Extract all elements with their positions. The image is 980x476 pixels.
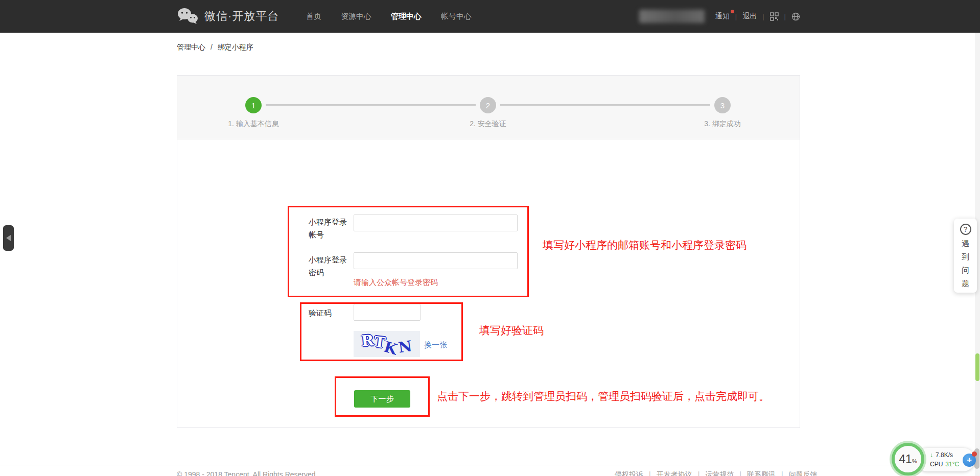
brand-title: 微信·开放平台 bbox=[204, 9, 279, 24]
breadcrumb-separator: / bbox=[211, 43, 213, 51]
password-label: 小程序登录密码 bbox=[309, 253, 353, 279]
nav-item-account[interactable]: 帐号中心 bbox=[441, 12, 472, 21]
bind-miniprogram-card: 1 2 3 1. 输入基本信息 2. 安全验证 3. 绑定成功 小程序登录帐号 … bbox=[177, 75, 800, 428]
qrcode-icon[interactable] bbox=[770, 12, 779, 21]
logout-link[interactable]: 退出 bbox=[742, 12, 757, 21]
scrollbar-marker bbox=[975, 353, 979, 381]
main-nav: 首页 资源中心 管理中心 帐号中心 bbox=[306, 0, 472, 33]
memory-percent-unit: % bbox=[912, 458, 917, 464]
nav-separator: | bbox=[784, 13, 786, 20]
annotation-text-next: 点击下一步，跳转到管理员扫码，管理员扫码验证后，点击完成即可。 bbox=[437, 389, 769, 403]
nav-separator: | bbox=[735, 13, 737, 20]
monitor-stats: ↓ 7.8K/s CPU 31°C bbox=[930, 450, 959, 469]
navbar-right: 通知 | 退出 | | bbox=[639, 0, 800, 33]
help-widget-label: 遇到问题 bbox=[961, 237, 970, 290]
wechat-logo-icon bbox=[177, 7, 198, 26]
nav-item-home[interactable]: 首页 bbox=[306, 12, 321, 21]
footer-divider bbox=[0, 465, 980, 465]
step-circle-1: 1 bbox=[245, 97, 262, 113]
steps-header: 1 2 3 1. 输入基本信息 2. 安全验证 3. 绑定成功 bbox=[177, 76, 800, 139]
help-widget[interactable]: ? 遇到问题 bbox=[954, 219, 977, 293]
footer-separator: | bbox=[649, 470, 651, 476]
cpu-label: CPU bbox=[930, 460, 943, 469]
breadcrumb-current: 绑定小程序 bbox=[218, 43, 253, 51]
account-label: 小程序登录帐号 bbox=[309, 216, 353, 241]
step-connector bbox=[500, 104, 710, 106]
annotation-text-captcha: 填写好验证码 bbox=[479, 323, 544, 338]
password-input[interactable] bbox=[354, 252, 518, 269]
question-icon: ? bbox=[960, 224, 971, 235]
annotation-text-credentials: 填写好小程序的邮箱账号和小程序登录密码 bbox=[543, 238, 746, 252]
nav-item-resources[interactable]: 资源中心 bbox=[341, 12, 371, 21]
monitor-notification-dot bbox=[972, 451, 977, 457]
breadcrumb-parent[interactable]: 管理中心 bbox=[177, 43, 205, 51]
notice-link[interactable]: 通知 bbox=[715, 12, 730, 21]
nav-separator: | bbox=[762, 13, 764, 20]
globe-icon[interactable] bbox=[791, 12, 800, 21]
notification-dot bbox=[731, 10, 734, 13]
step-label-2: 2. 安全验证 bbox=[432, 120, 544, 129]
collapse-arrow-icon bbox=[6, 235, 11, 241]
memory-percent-ring[interactable]: 41 % bbox=[892, 443, 924, 475]
footer-link-contact[interactable]: 联系腾讯 bbox=[747, 470, 776, 476]
password-error-text: 请输入公众帐号登录密码 bbox=[354, 278, 438, 288]
captcha-image[interactable]: R T K N bbox=[354, 331, 420, 357]
captcha-input[interactable] bbox=[354, 304, 421, 321]
step-circle-3: 3 bbox=[714, 97, 731, 113]
account-input[interactable] bbox=[354, 215, 518, 231]
step-label-3: 3. 绑定成功 bbox=[666, 120, 779, 129]
captcha-refresh-link[interactable]: 换一张 bbox=[424, 340, 447, 350]
page: 微信·开放平台 首页 资源中心 管理中心 帐号中心 通知 | 退出 | bbox=[0, 0, 980, 476]
step-circle-2: 2 bbox=[480, 97, 496, 113]
download-arrow-icon: ↓ bbox=[930, 450, 933, 460]
breadcrumb: 管理中心 / 绑定小程序 bbox=[177, 43, 253, 52]
footer-separator: | bbox=[698, 470, 700, 476]
top-navbar: 微信·开放平台 首页 资源中心 管理中心 帐号中心 通知 | 退出 | bbox=[0, 0, 980, 33]
username-redacted[interactable] bbox=[639, 10, 705, 23]
captcha-label: 验证码 bbox=[309, 306, 353, 319]
captcha-letter: N bbox=[398, 337, 413, 356]
footer-link-agreement[interactable]: 开发者协议 bbox=[657, 470, 692, 476]
step-connector bbox=[266, 104, 476, 106]
copyright-text: © 1998 - 2018 Tencent. All Rights Reserv… bbox=[177, 470, 317, 476]
footer-separator: | bbox=[781, 470, 783, 476]
footer-link-feedback[interactable]: 问题反馈 bbox=[789, 470, 818, 476]
footer-separator: | bbox=[739, 470, 741, 476]
next-step-button[interactable]: 下一步 bbox=[354, 390, 410, 408]
footer-links: 侵权投诉 | 开发者协议 | 运营规范 | 联系腾讯 | 问题反馈 bbox=[615, 470, 818, 476]
nav-item-management[interactable]: 管理中心 bbox=[391, 12, 422, 21]
memory-percent-value: 41 bbox=[899, 453, 912, 466]
sidebar-collapse-tab[interactable] bbox=[3, 225, 14, 251]
step-label-1: 1. 输入基本信息 bbox=[197, 120, 310, 129]
brand[interactable]: 微信·开放平台 bbox=[177, 0, 279, 33]
captcha-letter: R bbox=[361, 331, 375, 350]
notice-label: 通知 bbox=[715, 12, 730, 20]
footer-link-rules[interactable]: 运营规范 bbox=[705, 470, 734, 476]
cpu-temperature: 31°C bbox=[945, 460, 959, 469]
footer-link-complaint[interactable]: 侵权投诉 bbox=[615, 470, 643, 476]
download-speed: 7.8K/s bbox=[936, 450, 953, 460]
